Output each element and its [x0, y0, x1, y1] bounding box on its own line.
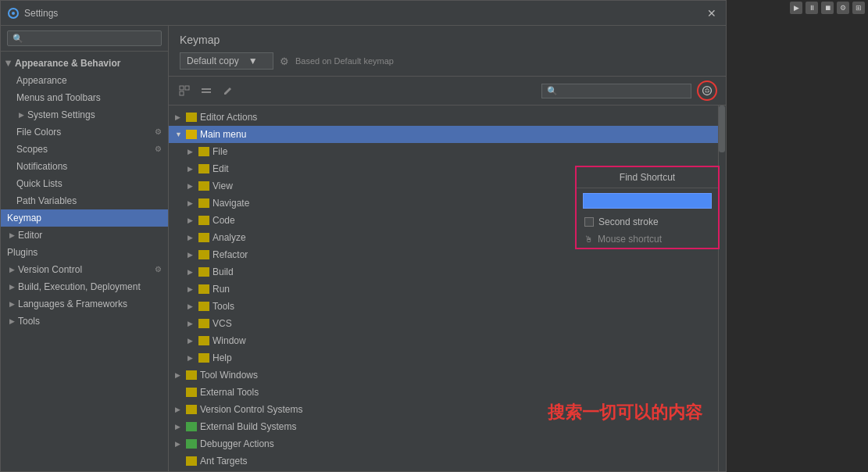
scrollbar-thumb[interactable]	[719, 105, 725, 152]
vc-icon: ⚙	[155, 263, 162, 277]
sidebar-item-scopes[interactable]: Scopes ⚙	[1, 141, 168, 158]
sidebar-search-input[interactable]	[7, 30, 162, 46]
svg-rect-4	[180, 91, 184, 95]
expand-arrow-icon: ▶	[7, 299, 16, 309]
sidebar-search-area	[1, 26, 168, 52]
folder-icon	[198, 302, 209, 311]
keymap-item-build[interactable]: ▶ Build	[169, 263, 718, 281]
expand-all-button[interactable]	[175, 82, 194, 99]
folder-icon	[198, 147, 209, 156]
keymap-item-ant-targets[interactable]: Ant Targets	[169, 452, 718, 470]
mouse-icon: 🖱	[584, 234, 593, 244]
keymap-item-window[interactable]: ▶ Window	[169, 332, 718, 349]
sidebar-item-keymap[interactable]: Keymap	[1, 209, 168, 227]
sidebar-item-plugins[interactable]: Plugins	[1, 244, 168, 261]
sidebar-item-notifications[interactable]: Notifications	[1, 158, 168, 175]
sidebar-tree: ▶ Appearance & Behavior Appearance Menus…	[1, 52, 168, 471]
taskbar-icon-3: ⏹	[821, 2, 834, 14]
keymap-search-input[interactable]	[561, 86, 686, 95]
window-title: Settings	[24, 8, 704, 19]
taskbar-icon-1: ▶	[790, 2, 802, 14]
vertical-scrollbar[interactable]	[718, 105, 726, 471]
keymap-selector: Default copy ▼ ⚙ Based on Default keymap	[180, 52, 715, 70]
keymap-item-run[interactable]: ▶ Run	[169, 281, 718, 298]
keymap-item-external-tools[interactable]: External Tools	[169, 384, 718, 401]
mouse-shortcut-label: Mouse shortcut	[598, 234, 662, 245]
sidebar: ▶ Appearance & Behavior Appearance Menus…	[1, 26, 169, 471]
folder-icon	[198, 181, 209, 191]
find-shortcut-title: Find Shortcut	[577, 167, 718, 188]
expand-arrow-icon: ▶	[7, 265, 16, 274]
collapse-all-button[interactable]	[197, 82, 216, 99]
expand-arrow-icon: ▶	[16, 110, 26, 120]
expand-arrow-icon: ▶	[7, 316, 16, 326]
folder-icon	[198, 267, 209, 277]
folder-icon	[186, 113, 197, 122]
expand-arrow-icon: ▶	[7, 231, 16, 240]
keymap-item-tool-windows[interactable]: ▶ Tool Windows	[169, 367, 718, 384]
keymap-item-version-control-systems[interactable]: ▶ Version Control Systems	[169, 401, 718, 418]
svg-rect-2	[180, 86, 184, 90]
sidebar-item-languages-frameworks[interactable]: ▶ Languages & Frameworks	[1, 295, 168, 313]
sidebar-item-quick-lists[interactable]: Quick Lists	[1, 175, 168, 192]
folder-icon	[198, 319, 209, 328]
sidebar-item-appearance-behavior[interactable]: ▶ Appearance & Behavior	[1, 55, 168, 72]
keymap-item-debugger-actions[interactable]: ▶ Debugger Actions	[169, 435, 718, 452]
find-shortcut-popup: Find Shortcut Second stroke 🖱 Mouse shor…	[575, 166, 720, 249]
sidebar-item-file-colors[interactable]: File Colors ⚙	[1, 123, 168, 141]
keymap-item-main-menu[interactable]: ▼ Main menu	[169, 126, 718, 143]
svg-rect-6	[202, 91, 211, 93]
sidebar-item-build-execution[interactable]: ▶ Build, Execution, Deployment	[1, 278, 168, 295]
keymap-item-remote-external-tools[interactable]: Remote External Tools	[169, 470, 718, 471]
second-stroke-label: Second stroke	[598, 216, 659, 227]
keymap-item-external-build-systems[interactable]: ▶ External Build Systems	[169, 418, 718, 435]
folder-icon	[198, 284, 209, 294]
second-stroke-option[interactable]: Second stroke	[577, 213, 718, 231]
keymap-body: ▶ Editor Actions ▼ Main menu ▶	[169, 105, 726, 471]
find-shortcut-circle	[697, 80, 717, 101]
keymap-item-help[interactable]: ▶ Help	[169, 349, 718, 367]
content-panel: Keymap Default copy ▼ ⚙ Based on Default…	[169, 26, 726, 471]
folder-icon	[198, 250, 209, 259]
sidebar-item-path-variables[interactable]: Path Variables	[1, 192, 168, 209]
taskbar-icon-5: ⊞	[852, 2, 865, 14]
keymap-item-file[interactable]: ▶ File	[169, 143, 718, 160]
svg-rect-3	[185, 86, 189, 90]
keymap-item-editor-actions[interactable]: ▶ Editor Actions	[169, 109, 718, 126]
folder-icon	[186, 439, 197, 449]
folder-open-icon	[186, 130, 197, 139]
taskbar-icon-2: ⏸	[805, 2, 818, 14]
find-shortcut-input-row	[577, 188, 718, 213]
folder-icon	[186, 370, 197, 380]
keymap-gear-button[interactable]: ⚙	[280, 55, 289, 67]
mouse-shortcut-option[interactable]: 🖱 Mouse shortcut	[577, 231, 718, 248]
folder-icon	[186, 456, 197, 466]
find-shortcut-input[interactable]	[583, 193, 712, 209]
expand-arrow-icon: ▶	[7, 282, 16, 291]
sidebar-item-editor[interactable]: ▶ Editor	[1, 227, 168, 244]
main-area: ▶ Appearance & Behavior Appearance Menus…	[1, 26, 726, 471]
sidebar-item-tools[interactable]: ▶ Tools	[1, 313, 168, 330]
second-stroke-checkbox[interactable]	[584, 217, 594, 227]
taskbar-icon-4: ⚙	[837, 2, 849, 14]
keymap-dropdown[interactable]: Default copy ▼	[180, 52, 273, 70]
edit-shortcut-button[interactable]	[219, 82, 238, 99]
sidebar-item-system-settings[interactable]: ▶ System Settings	[1, 106, 168, 123]
sidebar-item-menus-toolbars[interactable]: Menus and Toolbars	[1, 89, 168, 106]
sidebar-item-appearance[interactable]: Appearance	[1, 72, 168, 89]
keymap-item-vcs[interactable]: ▶ VCS	[169, 315, 718, 332]
find-shortcut-container: Find Shortcut Second stroke 🖱 Mouse shor…	[695, 80, 720, 102]
keymap-tree: ▶ Editor Actions ▼ Main menu ▶	[169, 105, 718, 471]
search-icon: 🔍	[547, 86, 558, 96]
file-colors-icon: ⚙	[155, 125, 162, 139]
settings-window: Settings ✕ ▶ Appearance & Behavior Appea…	[0, 0, 727, 472]
desktop: ▶ ⏸ ⏹ ⚙ ⊞ Settings ✕	[0, 0, 868, 472]
keymap-based-on-label: Based on Default keymap	[295, 56, 394, 66]
folder-icon	[186, 388, 197, 397]
close-button[interactable]: ✕	[704, 5, 720, 21]
find-shortcut-button[interactable]	[695, 80, 720, 102]
folder-icon	[186, 405, 197, 414]
sidebar-item-version-control[interactable]: ▶ Version Control ⚙	[1, 261, 168, 278]
content-title: Keymap	[180, 34, 715, 46]
keymap-item-tools[interactable]: ▶ Tools	[169, 298, 718, 315]
